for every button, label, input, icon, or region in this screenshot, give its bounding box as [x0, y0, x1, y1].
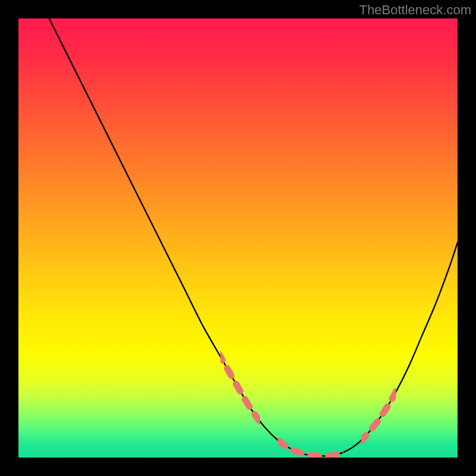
- curve-main: [49, 18, 458, 456]
- watermark-text: TheBottleneck.com: [359, 2, 471, 18]
- bottleneck-chart: [18, 18, 458, 458]
- plot-area: [18, 18, 458, 458]
- chart-stage: TheBottleneck.com: [0, 0, 476, 476]
